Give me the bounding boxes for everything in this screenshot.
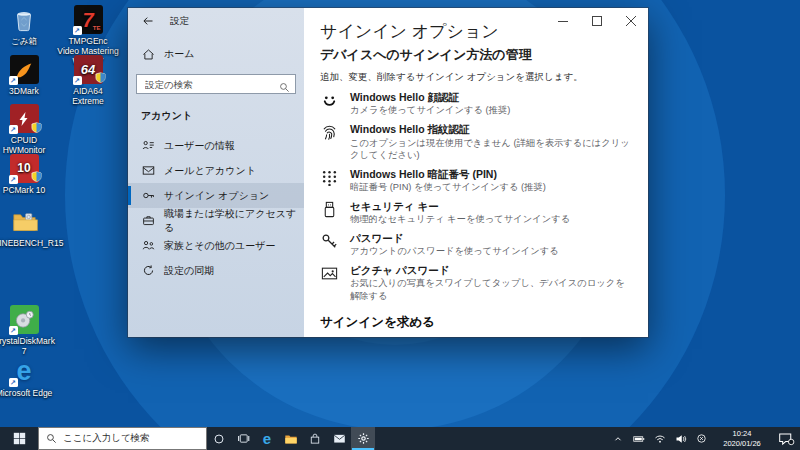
clock-date: 2020/01/26 xyxy=(715,439,769,449)
settings-search-box[interactable] xyxy=(136,74,296,94)
option-password[interactable]: パスワード アカウントのパスワードを使ってサインインする xyxy=(320,232,630,257)
file-explorer-button[interactable] xyxy=(279,427,303,450)
desktop-icon-label: AIDA64 Extreme xyxy=(57,86,119,106)
tray-show-hidden-icons-button[interactable] xyxy=(610,427,625,450)
sidebar-item-label: メールとアカウント xyxy=(164,164,256,178)
uac-shield-icon xyxy=(31,171,42,185)
start-button[interactable] xyxy=(0,427,38,450)
3dmark-icon: ↗ xyxy=(10,55,39,84)
taskbar-edge-button[interactable]: e xyxy=(255,427,279,450)
option-windows-hello-fingerprint[interactable]: Windows Hello 指紋認証 このオプションは現在使用できません (詳細… xyxy=(320,123,630,160)
taskbar-search-placeholder: ここに入力して検索 xyxy=(63,432,150,445)
battery-icon xyxy=(633,433,645,445)
sidebar-item-sync-settings[interactable]: 設定の同期 xyxy=(128,258,304,283)
folder-icon xyxy=(284,432,298,446)
tray-volume-button[interactable] xyxy=(673,427,688,450)
desktop-icon-label: PCMark 10 xyxy=(0,185,55,195)
pin-pad-icon xyxy=(320,168,339,193)
close-button[interactable] xyxy=(614,8,648,33)
taskbar-clock[interactable]: 10:24 2020/01/26 xyxy=(715,429,769,449)
option-windows-hello-pin[interactable]: Windows Hello 暗証番号 (PIN) 暗証番号 (PIN) を使って… xyxy=(320,168,630,193)
picture-password-icon xyxy=(320,264,339,301)
section-header-require-signin: サインインを求める xyxy=(320,314,630,331)
desktop-icon-aida64[interactable]: 64 ↗ AIDA64 Extreme xyxy=(57,55,119,106)
desktop-icon-recycle-bin[interactable]: ごみ箱 xyxy=(0,5,55,46)
tmpgenc-icon: 7 TE ↗ xyxy=(74,5,103,34)
minimize-button[interactable] xyxy=(546,8,580,33)
desktop-icon-label: ごみ箱 xyxy=(0,36,55,46)
desktop-icon-label: CrystalDiskMark 7 xyxy=(0,336,55,356)
sidebar-item-home[interactable]: ホーム xyxy=(128,42,304,66)
tray-status-button[interactable] xyxy=(694,427,709,450)
shortcut-arrow-icon: ↗ xyxy=(9,326,18,335)
circle-x-icon xyxy=(696,433,707,444)
option-title: セキュリティ キー xyxy=(350,200,570,213)
sidebar-item-label: ユーザーの情報 xyxy=(164,139,235,153)
desktop-icon-3dmark[interactable]: ↗ 3DMark xyxy=(0,55,55,96)
face-icon xyxy=(320,91,339,116)
maximize-button[interactable] xyxy=(580,8,614,33)
option-title: Windows Hello 暗証番号 (PIN) xyxy=(350,168,546,181)
action-center-icon xyxy=(778,432,795,446)
desktop: ごみ箱 7 TE ↗ TMPGEnc Video Mastering Works… xyxy=(0,0,800,450)
desktop-icon-crystaldiskmark[interactable]: ↗ CrystalDiskMark 7 xyxy=(0,305,55,356)
option-security-key[interactable]: セキュリティ キー 物理的なセキュリティ キーを使ってサインインする xyxy=(320,200,630,225)
option-windows-hello-face[interactable]: Windows Hello 顔認証 カメラを使ってサインインする (推奨) xyxy=(320,91,630,116)
desktop-icon-cinebench[interactable]: CINEBENCH_R15 xyxy=(0,207,55,248)
desktop-icon-cpuid-hwmonitor[interactable]: ↗ CPUID HWMonitor xyxy=(0,104,55,155)
settings-main-panel: サインイン オプション デバイスへのサインイン方法の管理 追加、変更、削除するサ… xyxy=(304,8,648,337)
option-desc: お気に入りの写真をスワイプしてタップし、デバイスのロックを解除する xyxy=(350,277,630,301)
desktop-icon-pcmark-10[interactable]: 10 ↗ PCMark 10 xyxy=(0,154,55,195)
desktop-icon-edge[interactable]: e ↗ Microsoft Edge xyxy=(0,357,55,398)
network-icon xyxy=(654,433,666,445)
taskbar-search-box[interactable]: ここに入力して検索 xyxy=(38,427,207,450)
sidebar-item-signin-options[interactable]: サインイン オプション xyxy=(128,183,304,208)
shortcut-arrow-icon: ↗ xyxy=(9,175,18,184)
option-desc: 物理的なセキュリティ キーを使ってサインインする xyxy=(350,213,570,225)
task-view-button[interactable] xyxy=(231,427,255,450)
chevron-up-icon xyxy=(613,434,623,444)
taskbar: ここに入力して検索 e xyxy=(0,427,800,450)
page-description: 追加、変更、削除するサインイン オプションを選択します。 xyxy=(320,71,630,83)
shortcut-arrow-icon: ↗ xyxy=(73,76,82,85)
system-tray: 10:24 2020/01/26 xyxy=(610,427,800,450)
sidebar-item-user-info[interactable]: ユーザーの情報 xyxy=(128,133,304,158)
pcmark-icon: 10 ↗ xyxy=(10,154,39,183)
action-center-button[interactable] xyxy=(775,427,797,450)
mail-app-button[interactable] xyxy=(327,427,351,450)
cpuid-hwmonitor-icon: ↗ xyxy=(10,104,39,133)
tray-battery-button[interactable] xyxy=(631,427,646,450)
desktop-icon-label: Microsoft Edge xyxy=(0,388,55,398)
sidebar-item-email-accounts[interactable]: メールとアカウント xyxy=(128,158,304,183)
task-view-icon xyxy=(237,432,250,445)
store-bag-icon xyxy=(309,433,321,445)
briefcase-icon xyxy=(141,214,155,227)
sidebar-item-work-school[interactable]: 職場または学校にアクセスする xyxy=(128,208,304,233)
edge-icon: e xyxy=(263,430,271,447)
option-title: Windows Hello 指紋認証 xyxy=(350,123,630,136)
microsoft-store-button[interactable] xyxy=(303,427,327,450)
settings-sidebar: 設定 ホーム アカウント ユーザーの情 xyxy=(128,8,304,337)
tray-network-button[interactable] xyxy=(652,427,667,450)
mail-icon xyxy=(141,164,155,177)
windows-logo-icon xyxy=(13,432,26,445)
sidebar-item-label: 設定の同期 xyxy=(164,264,214,278)
edge-icon: e ↗ xyxy=(10,357,39,386)
back-button[interactable] xyxy=(140,13,156,29)
speaker-icon xyxy=(675,433,687,445)
search-icon xyxy=(279,79,290,97)
option-picture-password[interactable]: ピクチャ パスワード お気に入りの写真をスワイプしてタップし、デバイスのロックを… xyxy=(320,264,630,301)
option-title: Windows Hello 顔認証 xyxy=(350,91,510,104)
page-subtitle: デバイスへのサインイン方法の管理 xyxy=(320,48,630,63)
settings-app-button[interactable] xyxy=(351,427,375,450)
key-icon xyxy=(141,189,155,202)
settings-search-input[interactable] xyxy=(137,79,295,90)
sync-icon xyxy=(141,264,155,277)
sidebar-group-label: アカウント xyxy=(128,109,304,123)
option-desc: 暗証番号 (PIN) を使ってサインインする (推奨) xyxy=(350,181,546,193)
user-info-icon xyxy=(141,139,155,152)
sidebar-item-label: 家族とその他のユーザー xyxy=(164,239,275,253)
sidebar-item-family-users[interactable]: 家族とその他のユーザー xyxy=(128,233,304,258)
option-desc: カメラを使ってサインインする (推奨) xyxy=(350,104,510,116)
cortana-button[interactable] xyxy=(207,427,231,450)
